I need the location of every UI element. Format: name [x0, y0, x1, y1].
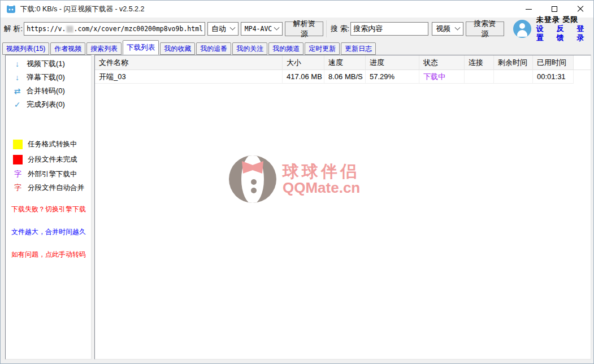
tab-my-follows[interactable]: 我的关注 — [232, 42, 267, 55]
sidebar-item-label: 合并转码(0) — [27, 86, 65, 96]
yellow-swatch-icon — [13, 140, 23, 149]
sidebar-item-label: 完成列表(0) — [27, 99, 65, 110]
search-label: 搜 索: — [331, 24, 349, 34]
check-icon: ✓ — [13, 100, 21, 109]
app-window: { "window": { "title": "下载:0 KB/s - 闪豆视频… — [0, 0, 594, 364]
watermark: 球球伴侣 QQMate.cn — [229, 155, 360, 203]
cell-speed: 8.06 MB/S — [324, 70, 366, 84]
download-arrow-icon: ↓ — [13, 73, 21, 82]
legend-item-external-engine: 字 外部引擎下载中 — [6, 167, 91, 181]
watermark-domain: QQMate.cn — [283, 180, 360, 196]
format-value: MP4-AVC — [245, 25, 272, 33]
tab-my-anime[interactable]: 我的追番 — [196, 42, 231, 55]
user-avatar-icon[interactable] — [513, 20, 531, 38]
url-suffix: .com/x/cover/mzc00200mp8vo9b.html — [74, 25, 203, 33]
table-header: 文件名称 大小 速度 进度 状态 连接 剩余时间 已用时间 — [95, 55, 591, 70]
legend-label: 分段文件自动合并 — [28, 183, 84, 193]
tab-my-channel[interactable]: 我的频道 — [268, 42, 303, 55]
tab-search-list[interactable]: 搜索列表 — [86, 42, 122, 55]
tab-author-videos[interactable]: 作者视频 — [50, 42, 85, 55]
cell-status: 下载中 — [419, 70, 465, 84]
tab-video-list[interactable]: 视频列表(15) — [2, 42, 49, 55]
tab-favorites[interactable]: 我的收藏 — [160, 42, 195, 55]
maximize-icon — [552, 6, 557, 12]
search-resource-button[interactable]: 搜索资源 — [466, 21, 504, 36]
legend-label: 外部引擎下载中 — [28, 170, 77, 179]
parse-label: 解 析: — [4, 24, 23, 34]
watermark-text: 球球伴侣 QQMate.cn — [283, 163, 360, 196]
search-type-value: 视频 — [436, 24, 450, 34]
tab-changelog[interactable]: 更新日志 — [341, 42, 376, 55]
legend-item-segment-incomplete: 分段文件未完成 — [6, 152, 91, 167]
sidebar-item-video-download[interactable]: ↓ 视频下载(1) — [6, 57, 91, 71]
app-logo-icon — [6, 5, 16, 14]
cell-progress: 57.29% — [366, 70, 419, 84]
cell-elapsed: 00:01:31 — [533, 70, 574, 84]
avatar-body — [517, 30, 527, 37]
url-input[interactable]: https://v.▒▒.com/x/cover/mzc00200mp8vo9b… — [24, 22, 205, 36]
cell-size: 417.06 MB — [283, 70, 324, 84]
sidebar-panel: ↓ 视频下载(1) ↓ 弹幕下载(0) ⇄ 合并转码(0) ✓ 完成列表(0) … — [5, 55, 92, 359]
cell-filler — [574, 70, 591, 84]
note-manual-transcode[interactable]: 如有问题，点此手动转码 — [11, 250, 86, 259]
column-header-progress[interactable]: 进度 — [366, 55, 419, 70]
note-merge-time: 文件越大，合并时间越久 — [11, 227, 86, 237]
cell-filename: 开端_03 — [95, 70, 283, 84]
toolbar: 解 析: https://v.▒▒.com/x/cover/mzc00200mp… — [1, 18, 593, 40]
parse-mode-value: 自动 — [211, 24, 226, 34]
purple-char-icon: 字 — [13, 169, 23, 179]
legend-item-converting: 任务格式转换中 — [6, 137, 91, 152]
legend-label: 任务格式转换中 — [28, 140, 77, 149]
table-row[interactable]: 开端_03 417.06 MB 8.06 MB/S 57.29% 下载中 00:… — [95, 70, 591, 84]
search-input[interactable] — [350, 22, 428, 36]
close-icon — [577, 6, 584, 12]
column-header-speed[interactable]: 速度 — [324, 55, 366, 70]
sidebar-item-label: 视频下载(1) — [27, 59, 65, 69]
avatar-head — [519, 23, 525, 29]
download-list-panel: 文件名称 大小 速度 进度 状态 连接 剩余时间 已用时间 开端_03 417.… — [94, 55, 591, 359]
sidebar-item-merge-transcode[interactable]: ⇄ 合并转码(0) — [6, 84, 91, 98]
chevron-down-icon — [455, 24, 461, 30]
toolbar-divider — [326, 20, 327, 37]
search-type-select[interactable]: 视频 — [432, 22, 463, 36]
sidebar-nav: ↓ 视频下载(1) ↓ 弹幕下载(0) ⇄ 合并转码(0) ✓ 完成列表(0) — [6, 55, 91, 111]
chevron-down-icon — [229, 24, 235, 30]
parse-mode-select[interactable]: 自动 — [207, 22, 239, 36]
download-arrow-icon: ↓ — [13, 59, 21, 68]
url-prefix: https://v. — [27, 25, 66, 33]
window-title: 下载:0 KB/s - 闪豆视频下载器 - v2.5.2.2 — [20, 5, 145, 14]
note-switch-engine[interactable]: 下载失败？切换引擎下载 — [11, 205, 86, 214]
qqmate-logo-icon — [229, 155, 276, 203]
title-bar: 下载:0 KB/s - 闪豆视频下载器 - v2.5.2.2 — [1, 1, 593, 18]
sidebar-item-label: 弹幕下载(0) — [27, 72, 65, 83]
cell-connections — [465, 70, 494, 84]
chevron-down-icon — [274, 24, 280, 30]
column-header-elapsed[interactable]: 已用时间 — [533, 55, 574, 70]
legend-item-auto-merge: 字 分段文件自动合并 — [6, 181, 91, 194]
tab-download-list[interactable]: 下载列表 — [123, 40, 159, 55]
minimize-icon — [526, 9, 532, 10]
cell-remaining — [494, 70, 533, 84]
red-swatch-icon — [13, 155, 23, 164]
watermark-brand: 球球伴侣 — [283, 163, 360, 180]
column-header-filename[interactable]: 文件名称 — [95, 55, 283, 70]
tab-bar: 视频列表(15) 作者视频 搜索列表 下载列表 我的收藏 我的追番 我的关注 我… — [1, 40, 593, 55]
tab-scheduled-update[interactable]: 定时更新 — [305, 42, 340, 55]
sidebar-item-danmaku-download[interactable]: ↓ 弹幕下载(0) — [6, 71, 91, 84]
red-char-icon: 字 — [13, 183, 23, 193]
column-header-size[interactable]: 大小 — [283, 55, 324, 70]
format-select[interactable]: MP4-AVC — [241, 22, 283, 36]
url-redacted-segment: ▒▒ — [66, 26, 73, 32]
parse-resource-button[interactable]: 解析资源 — [285, 21, 323, 36]
status-legend: 任务格式转换中 分段文件未完成 字 外部引擎下载中 字 分段文件自动合并 — [6, 137, 91, 194]
login-status: 未登录 受限 — [536, 15, 591, 24]
column-header-status[interactable]: 状态 — [419, 55, 465, 70]
column-header-connections[interactable]: 连接 — [465, 55, 494, 70]
merge-arrows-icon: ⇄ — [13, 86, 21, 96]
account-area: 未登录 受限 设置 反馈 登录 — [536, 15, 591, 42]
column-header-remaining[interactable]: 剩余时间 — [494, 55, 533, 70]
legend-label: 分段文件未完成 — [28, 155, 77, 164]
sidebar-item-completed-list[interactable]: ✓ 完成列表(0) — [6, 98, 91, 111]
column-header-filler — [574, 55, 591, 70]
